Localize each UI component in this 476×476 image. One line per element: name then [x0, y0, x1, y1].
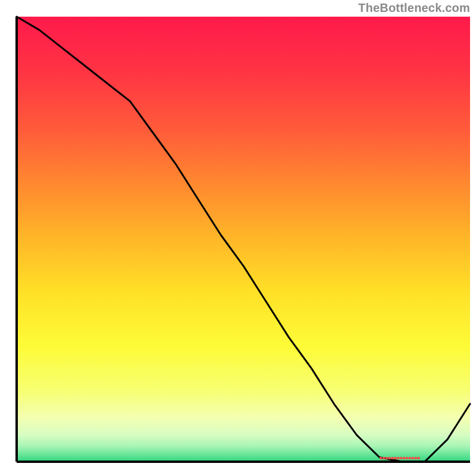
- optimal-marker-dot: [406, 457, 408, 459]
- optimal-marker-dot: [392, 457, 394, 459]
- optimal-marker-dot: [383, 457, 385, 459]
- optimal-marker-dot: [380, 457, 382, 459]
- optimal-marker-dot: [409, 457, 411, 459]
- optimal-marker-dot: [412, 457, 414, 459]
- optimal-marker-dot: [389, 457, 391, 459]
- bottleneck-chart: [0, 0, 476, 476]
- watermark-text: TheBottleneck.com: [358, 1, 470, 15]
- plot-background: [17, 17, 470, 462]
- optimal-marker-dot: [415, 457, 417, 459]
- optimal-marker-dot: [403, 457, 405, 459]
- optimal-marker-dot: [418, 457, 420, 459]
- optimal-marker-dot: [397, 457, 399, 459]
- optimal-marker-dot: [400, 457, 402, 459]
- optimal-marker-dot: [394, 457, 397, 459]
- optimal-marker-dot: [386, 457, 388, 459]
